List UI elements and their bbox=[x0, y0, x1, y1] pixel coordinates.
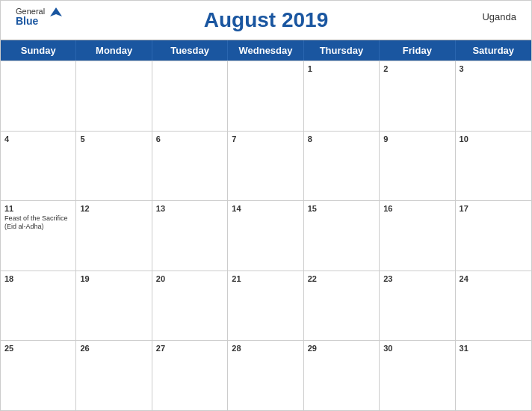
day-number: 26 bbox=[80, 344, 89, 353]
day-cell: 2 bbox=[380, 61, 455, 131]
day-number: 12 bbox=[80, 204, 89, 213]
day-cell: 27 bbox=[152, 341, 228, 410]
calendar-title: August 2019 bbox=[204, 8, 329, 32]
day-number: 24 bbox=[460, 274, 468, 283]
day-number: 30 bbox=[383, 344, 392, 353]
day-cell: 14 bbox=[228, 201, 303, 271]
day-cell: 28 bbox=[228, 341, 303, 410]
day-cell bbox=[76, 61, 152, 131]
day-cell: 13 bbox=[152, 201, 228, 271]
day-number: 20 bbox=[156, 274, 165, 283]
day-number: 28 bbox=[232, 344, 241, 353]
day-cell bbox=[228, 61, 303, 131]
day-cell: 16 bbox=[380, 201, 455, 271]
day-number: 6 bbox=[156, 135, 161, 143]
day-header-sunday: Sunday bbox=[1, 40, 76, 61]
day-cell: 11Feast of the Sacrifice (Eid al-Adha) bbox=[1, 201, 76, 271]
day-number: 4 bbox=[4, 135, 9, 143]
day-cell: 6 bbox=[152, 132, 228, 201]
day-cell: 3 bbox=[456, 61, 531, 131]
day-cell: 23 bbox=[380, 271, 455, 341]
day-number: 3 bbox=[460, 64, 464, 73]
day-cell: 15 bbox=[304, 201, 380, 271]
day-number: 5 bbox=[80, 135, 84, 143]
day-cell: 7 bbox=[228, 132, 303, 201]
day-headers-row: SundayMondayTuesdayWednesdayThursdayFrid… bbox=[1, 40, 531, 61]
day-cell: 31 bbox=[456, 341, 531, 410]
country-label: Uganda bbox=[482, 11, 516, 22]
day-cell: 9 bbox=[380, 132, 455, 201]
day-cell: 4 bbox=[1, 132, 76, 201]
day-cell bbox=[152, 61, 228, 131]
day-number: 16 bbox=[383, 204, 392, 213]
day-number: 25 bbox=[4, 344, 13, 353]
day-cell: 17 bbox=[456, 201, 531, 271]
day-cell: 19 bbox=[76, 271, 152, 341]
day-number: 1 bbox=[308, 64, 312, 73]
day-number: 15 bbox=[308, 204, 317, 213]
week-row-2: 45678910 bbox=[1, 131, 531, 201]
week-row-5: 25262728293031 bbox=[1, 340, 531, 410]
day-cell: 12 bbox=[76, 201, 152, 271]
day-number: 14 bbox=[232, 204, 241, 213]
day-cell: 10 bbox=[456, 132, 531, 201]
day-cell: 29 bbox=[304, 341, 380, 410]
weeks-container: 1234567891011Feast of the Sacrifice (Eid… bbox=[1, 61, 531, 410]
day-header-saturday: Saturday bbox=[456, 40, 531, 61]
day-cell: 25 bbox=[1, 341, 76, 410]
calendar-grid: SundayMondayTuesdayWednesdayThursdayFrid… bbox=[1, 40, 531, 410]
day-cell: 20 bbox=[152, 271, 228, 341]
day-number: 9 bbox=[383, 135, 388, 143]
day-number: 13 bbox=[156, 204, 165, 213]
day-number: 27 bbox=[156, 344, 165, 353]
calendar: General Blue August 2019 Uganda SundayMo… bbox=[0, 0, 532, 411]
day-cell: 30 bbox=[380, 341, 455, 410]
day-number: 29 bbox=[308, 344, 317, 353]
calendar-header: General Blue August 2019 Uganda bbox=[1, 1, 531, 40]
day-number: 2 bbox=[383, 64, 388, 73]
day-cell: 26 bbox=[76, 341, 152, 410]
day-number: 21 bbox=[232, 274, 241, 283]
day-header-monday: Monday bbox=[76, 40, 152, 61]
day-cell: 8 bbox=[304, 132, 380, 201]
day-cell: 24 bbox=[456, 271, 531, 341]
day-cell bbox=[1, 61, 76, 131]
week-row-1: 123 bbox=[1, 61, 531, 131]
logo-bird-icon bbox=[48, 6, 64, 25]
logo-blue-text: Blue bbox=[16, 16, 45, 27]
day-cell: 18 bbox=[1, 271, 76, 341]
day-header-thursday: Thursday bbox=[304, 40, 380, 61]
week-row-4: 18192021222324 bbox=[1, 271, 531, 341]
day-number: 7 bbox=[232, 135, 236, 143]
day-number: 22 bbox=[308, 274, 317, 283]
day-number: 31 bbox=[460, 344, 468, 353]
day-number: 17 bbox=[460, 204, 468, 213]
day-number: 19 bbox=[80, 274, 89, 283]
day-cell: 21 bbox=[228, 271, 303, 341]
day-number: 8 bbox=[308, 135, 312, 143]
day-number: 10 bbox=[460, 135, 468, 143]
day-header-friday: Friday bbox=[380, 40, 455, 61]
day-number: 23 bbox=[383, 274, 392, 283]
svg-marker-0 bbox=[50, 7, 62, 16]
day-cell: 5 bbox=[76, 132, 152, 201]
day-number: 18 bbox=[4, 274, 13, 283]
day-header-tuesday: Tuesday bbox=[152, 40, 228, 61]
holiday-label: Feast of the Sacrifice (Eid al-Adha) bbox=[4, 214, 72, 231]
day-number: 11 bbox=[4, 204, 13, 213]
day-cell: 22 bbox=[304, 271, 380, 341]
day-cell: 1 bbox=[304, 61, 380, 131]
logo: General Blue bbox=[16, 7, 64, 27]
day-header-wednesday: Wednesday bbox=[228, 40, 303, 61]
week-row-3: 11Feast of the Sacrifice (Eid al-Adha)12… bbox=[1, 200, 531, 271]
